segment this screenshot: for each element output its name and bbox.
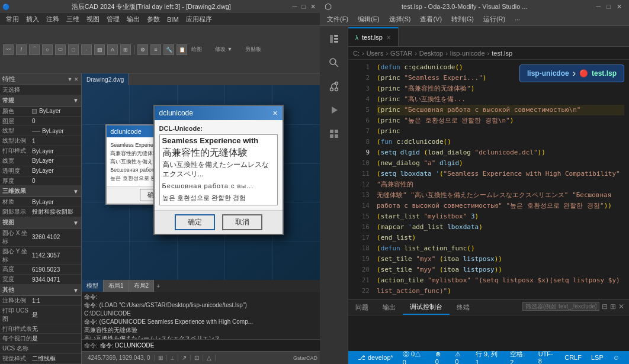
cad-tool-point[interactable]: ·	[81, 44, 92, 55]
vscode-tab-testlsp[interactable]: λ test.lsp ✕	[348, 27, 399, 46]
vscode-icon-extensions[interactable]	[323, 123, 345, 144]
vscode-icon-git[interactable]	[323, 76, 345, 97]
vscode-panel-tab-terminal[interactable]: 终端	[450, 299, 477, 315]
cad-tool-circle[interactable]: ○	[42, 44, 53, 55]
cad-maximize-btn[interactable]: □	[300, 3, 307, 11]
panel-collapse-icon[interactable]: ⊟	[602, 302, 608, 311]
panel-filter-input[interactable]	[522, 302, 599, 311]
cad-tool-utility[interactable]: 🔧	[163, 44, 174, 55]
cad-menu-3d[interactable]: 三维	[63, 15, 83, 24]
ln12: 12	[351, 179, 370, 190]
dcl-list-item-1[interactable]: 高兼容性的无缝体験	[160, 147, 277, 159]
vscode-menu-run[interactable]: 运行(R)	[479, 13, 510, 25]
cad-menu-view[interactable]: 视图	[83, 15, 103, 24]
vscode-panel-tab-problems[interactable]: 问题	[348, 299, 376, 315]
vscode-git-branch[interactable]: ⎇ develop*	[353, 354, 398, 362]
vscode-sync-status[interactable]: ⓪ 0△ 0	[398, 350, 431, 365]
vscode-panel: ⬡ test.lsp - Oda-23.0-Modify - Visual St…	[320, 0, 629, 364]
cad-minimize-btn[interactable]: ─	[291, 3, 299, 11]
cad-tool-text[interactable]: A	[107, 44, 118, 55]
cad-menu-params[interactable]: 参数	[143, 15, 163, 24]
cad-tab-model[interactable]: 模型	[82, 280, 104, 292]
dcl-main-close-btn[interactable]: ×	[272, 108, 277, 118]
cad-menu-insert[interactable]: 插入	[23, 15, 43, 24]
dcl-list-item-3[interactable]: Бесшовная работа с вы...	[160, 180, 277, 192]
vscode-encoding[interactable]: UTF-8	[534, 350, 560, 364]
cad-tool-multiline[interactable]: 〰	[3, 44, 14, 55]
cad-tool-layer[interactable]: ≡	[150, 44, 161, 55]
cad-close-btn[interactable]: ✕	[309, 3, 317, 11]
cad-section-misc[interactable]: 其他 ▼	[0, 285, 81, 296]
cad-tool-rect[interactable]: □	[68, 44, 79, 55]
cad-tool-arc[interactable]: ⌒	[29, 44, 40, 55]
cad-menu-app[interactable]: 应用程序	[182, 15, 216, 24]
vscode-menu-edit[interactable]: 编辑(E)	[353, 13, 384, 25]
svg-rect-15	[335, 134, 338, 138]
vscode-menu-view[interactable]: 查看(V)	[415, 13, 447, 25]
code-line-24: (action_tile "mylistbox" "(setq listposx…	[377, 275, 624, 286]
cad-menu-changyon[interactable]: 常用	[2, 15, 23, 24]
vscode-panel-tab-output[interactable]: 输出	[376, 299, 403, 315]
cad-section-general[interactable]: 常规 ▼	[0, 95, 81, 107]
cad-add-layout-btn[interactable]: +	[156, 283, 160, 289]
panel-close-icon[interactable]: ✕	[618, 302, 624, 311]
dcl-list-item-0[interactable]: Seamless Experience with	[160, 135, 277, 147]
dcl-list-item-4[interactable]: 높은 호환성으로 완할한 경험	[160, 192, 277, 204]
dcl-list-item-2[interactable]: 高い互換性を備えたシームレスなエクスペリ...	[160, 159, 277, 180]
cad-properties-panel: 特性 ▼ ✕ 无选择 常规 ▼ 颜色 ByLayer 图层 0	[0, 73, 82, 364]
cad-section-view[interactable]: 视图 ▼	[0, 217, 81, 228]
vscode-minimize-btn[interactable]: ─	[594, 3, 604, 11]
vscode-menu-select[interactable]: 选择(S)	[384, 13, 416, 25]
vscode-menu-goto[interactable]: 转到(G)	[447, 13, 479, 25]
cad-ortho-btn[interactable]: ⟂	[167, 355, 178, 361]
vscode-maximize-btn[interactable]: □	[604, 3, 613, 11]
cad-section-3d[interactable]: 三维效果 ▼	[0, 186, 81, 197]
cad-cmd-current[interactable]: 命令: DCLUNICODE	[100, 342, 155, 350]
cad-tool-ellipse[interactable]: ⬭	[55, 44, 66, 55]
cad-tool-line[interactable]: /	[16, 44, 27, 55]
dcl-main-dialog[interactable]: dclunicode × DCL-Unicode: Seamless Exper…	[153, 105, 284, 235]
vscode-menu-more[interactable]: ···	[510, 13, 525, 25]
ln1: 1	[351, 62, 370, 73]
cad-prop-icons[interactable]: ▼ ✕	[68, 76, 79, 82]
cad-tab-layout2[interactable]: 布局2	[129, 280, 155, 292]
cad-menu-manage[interactable]: 管理	[103, 15, 123, 24]
grid-h4	[82, 241, 320, 241]
cad-tool-paste[interactable]: 📋	[176, 44, 187, 55]
cad-menu-bim[interactable]: BIM	[163, 16, 182, 23]
cad-tool-properties[interactable]: ⚙	[137, 44, 148, 55]
vscode-warnings[interactable]: ⚠ 0	[450, 350, 471, 365]
cad-osnap-btn[interactable]: ⊡	[191, 355, 203, 361]
ln9: 9	[351, 147, 370, 158]
vscode-code-view[interactable]: 1 2 3 4 5 6 7 8 9 10 11 12 13	[348, 60, 629, 299]
cad-menu-annotation[interactable]: 注释	[43, 15, 63, 24]
vscode-icon-search[interactable]	[323, 52, 345, 73]
panel-maximize-icon[interactable]: ⊞	[610, 302, 616, 311]
vscode-tab-close-btn[interactable]: ✕	[386, 34, 391, 41]
cad-tool-table[interactable]: ⊞	[120, 44, 131, 55]
cad-polar-btn[interactable]: ↗	[178, 355, 191, 361]
dcl-main-listbox[interactable]: Seamless Experience with 高兼容性的无缝体験 高い互換性…	[159, 134, 278, 205]
vscode-close-btn[interactable]: ✕	[614, 3, 624, 11]
vscode-spaces[interactable]: 空格: 2	[505, 350, 533, 365]
cad-tool-hatch[interactable]: ▨	[94, 44, 105, 55]
cad-tab-drawing2[interactable]: Drawing2.dwg	[82, 73, 129, 85]
dcl-main-cancel-btn[interactable]: 取消	[222, 214, 262, 230]
cad-app-label: GstarCAD	[293, 355, 317, 361]
vscode-icon-debug[interactable]	[323, 99, 345, 121]
vscode-language[interactable]: LSP	[586, 354, 608, 361]
vscode-menu-file[interactable]: 文件(F)	[322, 13, 353, 25]
vscode-errors[interactable]: ⊗ 0	[431, 350, 451, 365]
cad-tab-layout1[interactable]: 布局1	[104, 280, 129, 292]
vscode-panel-tab-debug[interactable]: 调试控制台	[403, 299, 450, 315]
vscode-eol[interactable]: CRLF	[560, 354, 586, 361]
cad-menu-output[interactable]: 输出	[123, 15, 143, 24]
cad-drawing-area[interactable]: dclunicode ✕ Seamless Experience with 高兼…	[82, 85, 320, 280]
vscode-feedback-icon[interactable]: ☺	[608, 354, 624, 361]
code-content[interactable]: (defun c:gcadunicode() (princ "Seamless …	[372, 60, 629, 299]
cad-snap-btn[interactable]: ⊞	[155, 355, 167, 361]
dcl-main-ok-btn[interactable]: 确定	[175, 214, 215, 230]
vscode-line-col[interactable]: 行 9, 列 1	[471, 350, 506, 365]
vscode-icon-explorer[interactable]	[323, 28, 345, 50]
cad-dynmode-btn[interactable]: △	[203, 355, 216, 361]
